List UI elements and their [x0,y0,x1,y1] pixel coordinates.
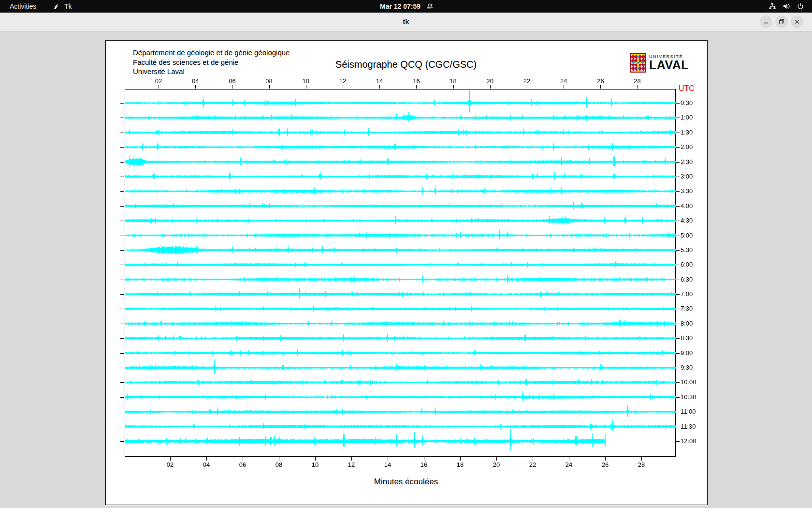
x-tick-label-top: 18 [450,77,456,85]
y-time-label: 12:00 [681,437,696,445]
x-tick-label-bottom: 02 [167,461,174,468]
x-tick-bottom [170,457,171,461]
window-controls [760,15,803,28]
y-tick-right [676,294,680,295]
laval-wordmark-bottom: LAVAL [649,59,689,71]
x-tick-label-top: 14 [376,77,383,85]
x-tick-label-bottom: 04 [203,461,210,468]
y-tick-right [676,103,680,104]
y-tick-left [120,147,124,148]
x-tick-bottom [243,457,243,461]
y-tick-right [676,441,680,442]
y-tick-left [120,324,124,324]
y-tick-right [676,353,680,354]
y-tick-left [120,338,124,339]
x-tick-top [564,85,564,89]
y-tick-left [120,177,124,177]
y-tick-right [676,177,680,177]
x-tick-label-bottom: 16 [420,461,427,468]
x-tick-label-top: 08 [265,77,272,85]
y-tick-right [676,412,680,412]
clock-button[interactable]: Mar 12 07:59 [380,0,434,13]
y-time-label: 3:30 [681,187,693,194]
y-tick-right [676,382,680,383]
laval-crest-icon [630,53,646,75]
y-tick-left [120,191,124,192]
x-tick-label-top: 16 [413,77,420,85]
institution-line: Département de géologie et de génie géol… [133,48,290,58]
activities-button[interactable]: Activities [6,0,40,13]
y-time-label: 10:30 [681,393,696,401]
x-tick-label-top: 20 [487,77,493,85]
x-tick-label-bottom: 22 [529,461,536,468]
system-menu-button[interactable] [768,0,804,13]
x-tick-top [232,85,232,89]
x-tick-bottom [569,457,569,461]
x-axis-label: Minutes écoulées [261,477,551,487]
x-tick-label-bottom: 06 [239,461,246,468]
y-time-label: 7:30 [681,305,693,312]
y-tick-right [676,191,680,192]
y-time-label: 0:30 [681,99,693,106]
x-tick-top [379,85,380,89]
y-tick-left [120,412,124,412]
x-tick-bottom [533,457,533,461]
laval-logo: UNIVERSITÉ LAVAL [630,53,689,75]
x-tick-bottom [641,457,642,461]
x-tick-label-bottom: 08 [276,461,282,468]
y-time-label: 1:00 [681,114,693,121]
x-tick-label-top: 02 [155,77,162,85]
y-tick-right [676,250,680,251]
minimize-icon [763,19,769,25]
y-tick-right [676,221,680,221]
seismograph-canvas [121,86,682,463]
minimize-button[interactable] [760,15,772,28]
y-tick-right [676,368,680,368]
x-tick-top [343,85,343,89]
y-tick-right [676,427,680,427]
y-tick-right [676,118,680,118]
y-tick-left [120,162,124,163]
y-time-label: 11:00 [681,408,696,415]
x-tick-top [490,85,491,89]
y-tick-right [676,147,680,148]
y-tick-left [120,353,124,354]
x-tick-top [306,85,306,89]
y-time-label: 8:30 [681,334,693,342]
restore-button[interactable] [775,15,788,28]
x-tick-label-bottom: 18 [457,461,464,468]
y-tick-right [676,309,680,309]
y-tick-left [120,118,124,118]
y-tick-right [676,280,680,280]
app-menu-button[interactable]: Tk [50,0,75,13]
y-time-label: 5:00 [681,232,693,239]
x-tick-label-top: 10 [303,77,309,85]
y-tick-left [120,236,124,236]
x-tick-label-bottom: 10 [312,461,319,468]
x-tick-label-bottom: 26 [602,461,609,468]
y-tick-right [676,236,680,236]
laval-wordmark: UNIVERSITÉ LAVAL [649,53,689,71]
y-tick-right [676,397,680,398]
close-button[interactable] [791,15,803,28]
y-tick-left [120,103,124,104]
volume-icon [783,2,790,10]
close-icon [794,19,800,25]
y-time-label: 9:00 [681,349,693,357]
y-tick-right [676,265,680,265]
y-tick-right [676,206,680,207]
y-tick-left [120,368,124,368]
window-title: tk [0,13,812,31]
x-tick-top [453,85,454,89]
y-tick-left [120,294,124,295]
y-time-label: 2:30 [681,158,693,165]
app-menu-label: Tk [64,2,72,10]
x-tick-label-bottom: 24 [566,461,572,468]
x-tick-bottom [206,457,207,461]
y-time-label: 6:30 [681,276,693,283]
x-tick-bottom [496,457,497,461]
y-time-label: 10:00 [681,378,696,386]
notifications-off-icon [426,3,434,10]
x-tick-label-bottom: 20 [493,461,500,468]
x-tick-bottom [351,457,352,461]
